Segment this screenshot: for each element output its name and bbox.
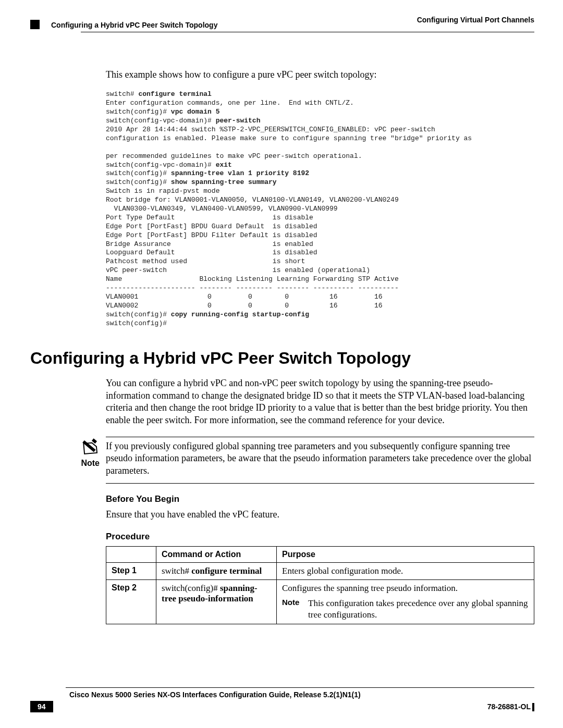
header-marker-icon (30, 20, 40, 29)
procedure-table: Command or Action Purpose Step 1 switch#… (106, 546, 534, 624)
note-block: Note If you previously configured global… (30, 437, 534, 484)
step-cell: Step 1 (106, 562, 156, 579)
page-footer: Cisco Nexus 5000 Series NX-OS Interfaces… (30, 687, 534, 712)
command-cell: switch(config)# spanning-tree pseudo-inf… (156, 579, 277, 624)
footer-guide-title: Cisco Nexus 5000 Series NX-OS Interfaces… (69, 690, 361, 699)
purpose-text: Configures the spanning tree pseudo info… (282, 583, 529, 594)
inner-note-label: Note (282, 598, 308, 621)
pencil-note-icon (79, 436, 101, 458)
header-section-title: Configuring a Hybrid vPC Peer Switch Top… (51, 21, 217, 29)
col-step-header (106, 546, 156, 562)
col-command-header: Command or Action (156, 546, 277, 562)
header-rule (81, 32, 534, 32)
section-heading: Configuring a Hybrid vPC Peer Switch Top… (30, 349, 534, 368)
footer-bottom-row: 94 78-26881-OL (30, 701, 534, 712)
footer-title-row: Cisco Nexus 5000 Series NX-OS Interfaces… (30, 690, 534, 699)
purpose-cell: Configures the spanning tree pseudo info… (277, 579, 534, 624)
before-you-begin-heading: Before You Begin (106, 494, 534, 504)
page-number: 94 (30, 701, 53, 712)
header-chapter-title: Configuring Virtual Port Channels (417, 16, 534, 24)
table-row: Step 1 switch# configure terminal Enters… (106, 562, 534, 579)
inner-note: Note This configuration takes precedence… (282, 598, 529, 621)
table-header-row: Command or Action Purpose (106, 546, 534, 562)
page-header: Configuring a Hybrid vPC Peer Switch Top… (30, 16, 534, 29)
note-text: If you previously configured global span… (106, 440, 534, 477)
step-cell: Step 2 (106, 579, 156, 624)
footer-end-bar-icon (532, 703, 534, 711)
note-label: Note (81, 459, 101, 468)
procedure-heading: Procedure (106, 532, 534, 542)
before-you-begin-text: Ensure that you have enabled the vPC fea… (106, 509, 534, 521)
intro-paragraph: This example shows how to configure a pu… (106, 69, 534, 81)
purpose-cell: Enters global configuration mode. (277, 562, 534, 579)
cli-example: switch# configure terminal Enter configu… (106, 90, 534, 328)
page-container: Configuring a Hybrid vPC Peer Switch Top… (0, 0, 563, 728)
table-row: Step 2 switch(config)# spanning-tree pse… (106, 579, 534, 624)
section-paragraph: You can configure a hybrid vPC and non-v… (106, 377, 534, 426)
footer-docid-container: 78-26881-OL (487, 702, 534, 711)
footer-doc-id: 78-26881-OL (487, 702, 531, 711)
note-icon-column: Note (30, 437, 106, 484)
footer-rule (66, 687, 534, 688)
col-purpose-header: Purpose (277, 546, 534, 562)
note-text-column: If you previously configured global span… (106, 437, 534, 484)
header-left: Configuring a Hybrid vPC Peer Switch Top… (30, 16, 217, 29)
command-cell: switch# configure terminal (156, 562, 277, 579)
inner-note-text: This configuration takes precedence over… (308, 598, 529, 621)
